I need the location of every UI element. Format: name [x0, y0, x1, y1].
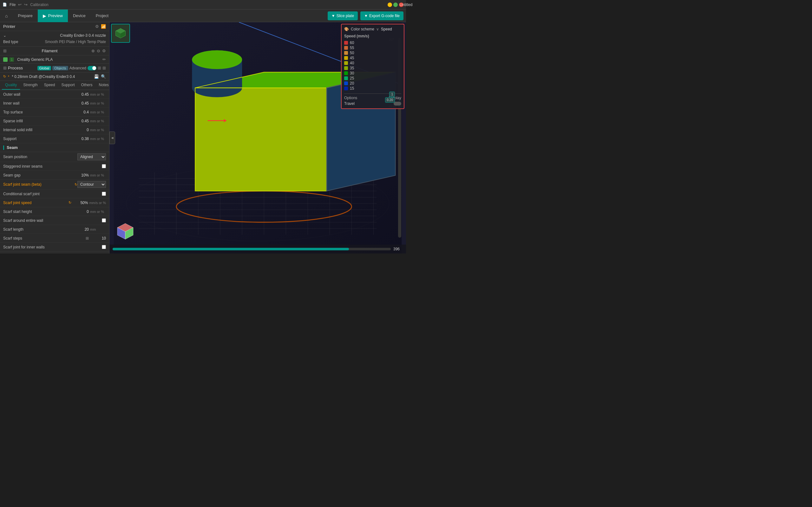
scarf-steps-value[interactable]: 10 — [90, 236, 106, 240]
staggered-checkbox[interactable] — [102, 164, 106, 168]
scarf-start-height-value[interactable]: 0 — [73, 210, 89, 214]
tab-others[interactable]: Others — [78, 81, 96, 90]
scarf-joint-speed-label: Scarf joint speed — [3, 201, 68, 205]
titlebar: 📄 File ↩ ↪ Calibration Untitled — [0, 0, 406, 9]
outer-wall-value[interactable]: 0.45 — [73, 92, 89, 97]
scarf-speed-value[interactable]: 50% — [72, 201, 88, 205]
process-more-icon[interactable]: ⊞ — [102, 66, 106, 70]
inner-wall-value[interactable]: 0.45 — [73, 101, 89, 106]
process-compare-icon[interactable]: ⊞ — [98, 66, 101, 70]
internal-solid-label: Internal solid infill — [3, 128, 73, 132]
filament-settings-icon[interactable]: ⚙ — [102, 49, 106, 53]
filament-edit-icon[interactable]: ✏ — [102, 57, 106, 62]
window-title: Untitled — [400, 3, 406, 7]
scarf-around-label: Scarf around entire wall — [3, 218, 102, 223]
redo-btn[interactable]: ↪ — [24, 2, 28, 7]
scarf-length-value[interactable]: 20 — [73, 227, 89, 232]
seam-position-label: Seam position — [3, 155, 78, 159]
slice-dropdown-icon: ▼ — [332, 14, 335, 18]
filament-icons: ⊕ ⊖ ⚙ — [91, 49, 106, 53]
scarf-reset-icon[interactable]: ↻ — [74, 182, 78, 187]
scarf-joint-seam-label: Scarf joint seam (beta) — [3, 182, 74, 187]
filament-remove-icon[interactable]: ⊖ — [97, 49, 100, 53]
tab-speed[interactable]: Speed — [41, 81, 58, 90]
legend-item: 50 — [344, 50, 401, 55]
tab-support[interactable]: Support — [58, 81, 78, 90]
outer-wall-unit: mm or % — [90, 93, 106, 96]
seam-position-select[interactable]: Aligned Rear Random — [78, 153, 106, 160]
profile-search-icon[interactable]: 🔍 — [101, 74, 106, 79]
color-scheme-chevron[interactable]: ∨ — [376, 27, 379, 32]
options-label: Options — [344, 96, 357, 100]
project-label: Project — [96, 13, 108, 18]
tag-objects[interactable]: Objects — [52, 66, 68, 70]
color-scheme-type[interactable]: Speed — [381, 27, 392, 32]
internal-solid-value[interactable]: 0 — [73, 128, 89, 132]
seam-gap-value[interactable]: 10% — [73, 173, 89, 177]
process-icon: ⊞ — [3, 66, 7, 70]
scarf-start-height-label: Scarf start height — [3, 210, 73, 214]
scarf-speed-reset-icon[interactable]: ↻ — [68, 201, 71, 205]
seam-position-row: Seam position Aligned Rear Random — [0, 152, 109, 162]
file-label[interactable]: File — [9, 3, 15, 7]
calibration-label[interactable]: Calibration — [30, 3, 48, 7]
support-value[interactable]: 0.38 — [73, 136, 89, 141]
printer-wifi-icon[interactable]: 📶 — [101, 24, 106, 29]
legend-item: 55 — [344, 45, 401, 50]
slice-btn[interactable]: ▼ Slice plate — [328, 11, 358, 20]
modified-indicator: * — [8, 75, 9, 78]
svg-marker-29 — [195, 88, 326, 191]
filament-section-header: ⊞ Filament ⊕ ⊖ ⚙ — [0, 47, 109, 55]
filament-number: 1 — [9, 57, 14, 62]
maximize-btn[interactable] — [393, 3, 398, 7]
preview-btn[interactable]: ▶ Preview — [38, 9, 68, 22]
conditional-scarf-checkbox[interactable] — [102, 192, 106, 196]
progress-container[interactable] — [113, 248, 391, 250]
export-btn[interactable]: ▼ Export G-code file — [360, 11, 403, 20]
project-btn[interactable]: Project — [91, 9, 113, 22]
scarf-start-height-unit: mm or % — [90, 210, 106, 214]
scarf-joint-seam-select[interactable]: Contour None — [78, 181, 106, 188]
top-surface-value[interactable]: 0.4 — [73, 110, 89, 114]
tab-quality[interactable]: Quality — [2, 81, 20, 90]
tag-global[interactable]: Global — [38, 66, 51, 70]
printer-settings-icon[interactable]: ⚙ — [95, 24, 99, 29]
undo-btn[interactable]: ↩ — [18, 2, 21, 7]
filament-add-icon[interactable]: ⊕ — [91, 49, 95, 53]
scarf-around-checkbox[interactable] — [102, 218, 106, 222]
printer-icons: ⚙ 📶 — [95, 24, 106, 29]
staggered-row: Staggered inner seams — [0, 162, 109, 171]
tab-strength[interactable]: Strength — [20, 81, 41, 90]
profile-save-icon[interactable]: 💾 — [94, 74, 99, 79]
seam-gap-row: Seam gap 10% mm or % — [0, 171, 109, 180]
process-section-header: ⊞ Process Global Objects Advanced ⊞ ⊞ — [0, 64, 109, 72]
minimize-btn[interactable] — [388, 3, 392, 7]
prepare-label: Prepare — [18, 13, 32, 18]
process-tags: Global Objects Advanced ⊞ ⊞ — [38, 66, 106, 70]
device-btn[interactable]: Device — [68, 9, 91, 22]
scarf-start-height-row: Scarf start height 0 mm or % — [0, 207, 109, 216]
sparse-infill-value[interactable]: 0.45 — [73, 119, 89, 123]
color-panel-header: 🎨 Color scheme ∨ Speed — [344, 27, 401, 32]
support-unit: mm or % — [90, 137, 106, 141]
home-btn[interactable]: ⌂ — [0, 9, 13, 22]
tab-notes[interactable]: Notes — [96, 81, 109, 90]
travel-toggle[interactable] — [394, 102, 401, 106]
legend-item: 35 — [344, 66, 401, 71]
nozzle-value[interactable]: Creality Ender-3 0.4 nozzle — [60, 33, 106, 38]
scarf-inner-walls-checkbox[interactable] — [102, 245, 106, 249]
scarf-steps-stepper[interactable]: ⊞ — [86, 236, 89, 240]
process-profile-name[interactable]: * 0.28mm Draft @Creality Ender3 0.4 — [12, 74, 92, 79]
slider-top-badge: 1 — [389, 92, 395, 97]
scarf-inner-walls-row: Scarf joint for inner walls — [0, 243, 109, 251]
prepare-btn[interactable]: Prepare — [13, 9, 38, 22]
viewport[interactable]: ◄ — [109, 22, 406, 253]
advanced-toggle[interactable] — [88, 66, 96, 70]
outer-wall-label: Outer wall — [3, 92, 73, 97]
printer-details: ⌄ Creality Ender-3 0.4 nozzle Bed type S… — [0, 31, 109, 47]
viewport-thumbnail[interactable] — [111, 24, 130, 43]
progress-value: 396 — [393, 247, 403, 251]
panel-collapse-btn[interactable]: ◄ — [109, 131, 115, 144]
filament-color-swatch — [3, 57, 8, 62]
filament-name[interactable]: Creality Generic PLA — [17, 57, 101, 62]
